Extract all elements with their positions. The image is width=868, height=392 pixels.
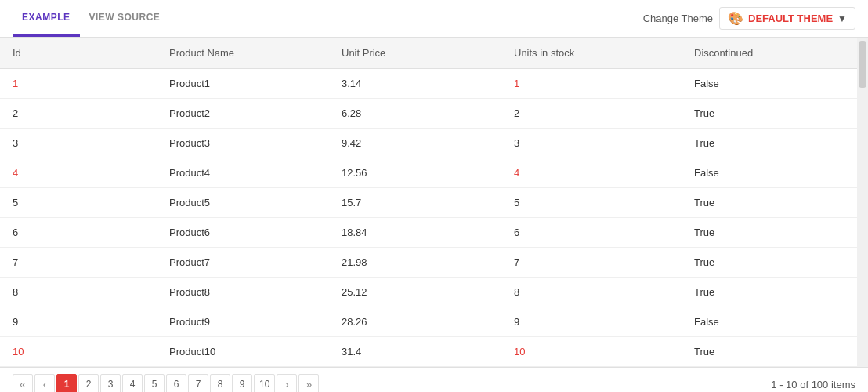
cell-unit-price: 18.84 [329, 218, 501, 248]
cell-units-in-stock: 2 [501, 99, 682, 129]
table-body: 1Product13.141False2Product26.282True3Pr… [0, 69, 857, 367]
cell-discontinued: True [682, 188, 857, 218]
cell-discontinued: True [682, 99, 857, 129]
app-container: EXAMPLE VIEW SOURCE Change Theme 🎨 DEFAU… [0, 0, 868, 392]
cell-unit-price: 3.14 [329, 69, 501, 99]
cell-unit-price: 25.12 [329, 278, 501, 307]
cell-units-in-stock: 6 [501, 218, 682, 248]
cell-id: 4 [0, 158, 157, 188]
cell-discontinued: True [682, 248, 857, 278]
table-row: 2Product26.282True [0, 99, 857, 129]
cell-product-name: Product10 [157, 337, 329, 367]
table-scroll-area: Id Product Name Unit Price Units in stoc… [0, 38, 857, 367]
pagination-bar: « ‹ 1 2 3 4 5 6 7 8 9 10 › » 1 - 10 of 1… [0, 367, 868, 392]
cell-product-name: Product1 [157, 69, 329, 99]
page-button-9[interactable]: 9 [232, 374, 252, 392]
cell-unit-price: 21.98 [329, 248, 501, 278]
cell-id: 9 [0, 307, 157, 337]
col-header-units-in-stock: Units in stock [501, 38, 682, 69]
cell-units-in-stock: 1 [501, 69, 682, 99]
cell-unit-price: 6.28 [329, 99, 501, 129]
col-header-id: Id [0, 38, 157, 69]
cell-units-in-stock: 4 [501, 158, 682, 188]
table-row: 6Product618.846True [0, 218, 857, 248]
scrollbar-track[interactable] [857, 38, 868, 367]
table-row: 8Product825.128True [0, 278, 857, 307]
cell-product-name: Product3 [157, 129, 329, 158]
cell-discontinued: False [682, 307, 857, 337]
table-wrapper: Id Product Name Unit Price Units in stoc… [0, 38, 868, 367]
cell-product-name: Product5 [157, 188, 329, 218]
cell-id: 5 [0, 188, 157, 218]
tabs: EXAMPLE VIEW SOURCE [13, 0, 169, 37]
cell-id: 3 [0, 129, 157, 158]
cell-unit-price: 31.4 [329, 337, 501, 367]
cell-id: 2 [0, 99, 157, 129]
page-button-4[interactable]: 4 [122, 374, 143, 392]
prev-page-button[interactable]: ‹ [34, 374, 55, 392]
cell-units-in-stock: 3 [501, 129, 682, 158]
table-row: 5Product515.75True [0, 188, 857, 218]
cell-units-in-stock: 8 [501, 278, 682, 307]
theme-name-label: DEFAULT THEME [748, 13, 833, 24]
cell-discontinued: True [682, 129, 857, 158]
theme-area: Change Theme 🎨 DEFAULT THEME ▼ [643, 7, 855, 30]
cell-discontinued: True [682, 337, 857, 367]
first-page-button[interactable]: « [13, 374, 33, 392]
cell-units-in-stock: 10 [501, 337, 682, 367]
table-row: 3Product39.423True [0, 129, 857, 158]
theme-badge[interactable]: 🎨 DEFAULT THEME ▼ [719, 7, 855, 30]
cell-product-name: Product7 [157, 248, 329, 278]
next-page-button[interactable]: › [277, 374, 297, 392]
page-button-10[interactable]: 10 [254, 374, 275, 392]
col-header-unit-price: Unit Price [329, 38, 501, 69]
cell-id: 1 [0, 69, 157, 99]
cell-product-name: Product9 [157, 307, 329, 337]
col-header-discontinued: Discontinued [682, 38, 857, 69]
cell-units-in-stock: 7 [501, 248, 682, 278]
data-table: Id Product Name Unit Price Units in stoc… [0, 38, 857, 367]
cell-id: 10 [0, 337, 157, 367]
dropdown-arrow-icon: ▼ [837, 13, 847, 24]
page-button-1[interactable]: 1 [56, 374, 77, 392]
table-row: 9Product928.269False [0, 307, 857, 337]
cell-product-name: Product4 [157, 158, 329, 188]
cell-product-name: Product6 [157, 218, 329, 248]
cell-unit-price: 12.56 [329, 158, 501, 188]
table-row: 7Product721.987True [0, 248, 857, 278]
cell-id: 8 [0, 278, 157, 307]
cell-product-name: Product2 [157, 99, 329, 129]
page-buttons: « ‹ 1 2 3 4 5 6 7 8 9 10 › » [13, 374, 319, 392]
page-button-2[interactable]: 2 [78, 374, 99, 392]
page-button-7[interactable]: 7 [188, 374, 208, 392]
cell-id: 7 [0, 248, 157, 278]
cell-units-in-stock: 5 [501, 188, 682, 218]
page-info: 1 - 10 of 100 items [771, 379, 855, 390]
page-button-8[interactable]: 8 [210, 374, 230, 392]
page-button-6[interactable]: 6 [166, 374, 186, 392]
theme-icon: 🎨 [728, 11, 743, 26]
col-header-product-name: Product Name [157, 38, 329, 69]
cell-units-in-stock: 9 [501, 307, 682, 337]
page-button-3[interactable]: 3 [100, 374, 121, 392]
last-page-button[interactable]: » [298, 374, 319, 392]
cell-discontinued: True [682, 218, 857, 248]
cell-discontinued: False [682, 158, 857, 188]
cell-discontinued: True [682, 278, 857, 307]
table-header: Id Product Name Unit Price Units in stoc… [0, 38, 857, 69]
cell-discontinued: False [682, 69, 857, 99]
cell-unit-price: 28.26 [329, 307, 501, 337]
table-row: 4Product412.564False [0, 158, 857, 188]
page-button-5[interactable]: 5 [144, 374, 165, 392]
change-theme-button[interactable]: Change Theme [643, 13, 713, 24]
cell-product-name: Product8 [157, 278, 329, 307]
cell-id: 6 [0, 218, 157, 248]
tab-example[interactable]: EXAMPLE [13, 0, 80, 37]
tab-view-source[interactable]: VIEW SOURCE [80, 0, 170, 37]
scrollbar-thumb[interactable] [859, 41, 866, 88]
top-bar: EXAMPLE VIEW SOURCE Change Theme 🎨 DEFAU… [0, 0, 868, 38]
table-row: 1Product13.141False [0, 69, 857, 99]
table-row: 10Product1031.410True [0, 337, 857, 367]
cell-unit-price: 15.7 [329, 188, 501, 218]
cell-unit-price: 9.42 [329, 129, 501, 158]
